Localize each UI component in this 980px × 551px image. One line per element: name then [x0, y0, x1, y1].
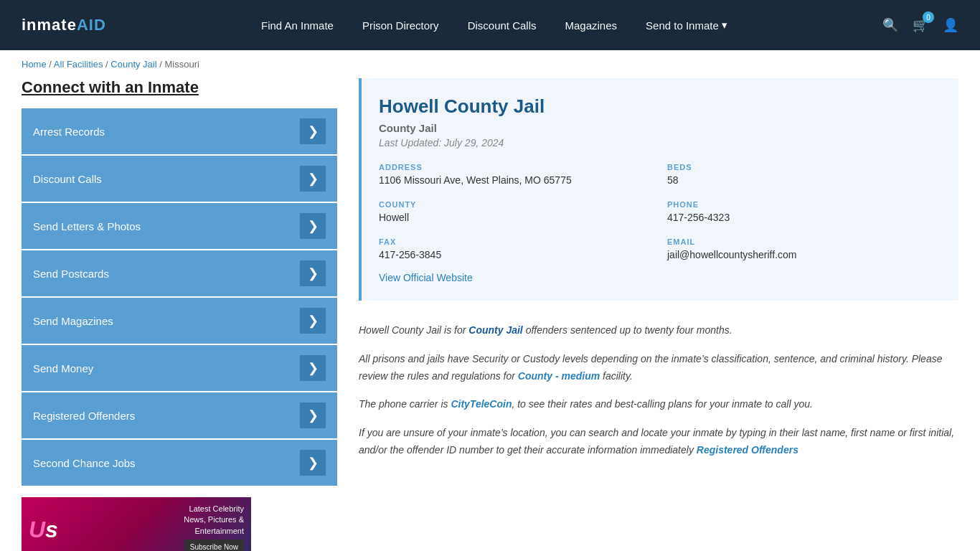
- facility-card: Howell County Jail County Jail Last Upda…: [359, 78, 958, 301]
- ad-text: Latest Celebrity News, Pictures & Entert…: [184, 504, 244, 551]
- beds-group: BEDS 58: [667, 163, 941, 186]
- facility-type: County Jail: [379, 122, 941, 134]
- sidebar-arrow-icon: ❯: [300, 118, 326, 144]
- description-para4: If you are unsure of your inmate’s locat…: [359, 425, 958, 459]
- sidebar-item[interactable]: Send Magazines❯: [22, 298, 337, 344]
- phone-group: PHONE 417-256-4323: [667, 200, 941, 223]
- fax-label: FAX: [379, 237, 653, 246]
- user-icon[interactable]: 👤: [943, 17, 958, 33]
- description-para2: All prisons and jails have Security or C…: [359, 351, 958, 385]
- fax-value: 417-256-3845: [379, 249, 653, 260]
- email-value: jail@howellcountysheriff.com: [667, 249, 941, 260]
- cart-badge: 0: [923, 11, 934, 23]
- facility-description: Howell County Jail is for County Jail of…: [359, 315, 958, 478]
- breadcrumb-state: Missouri: [164, 59, 199, 70]
- sidebar-arrow-icon: ❯: [300, 166, 326, 192]
- breadcrumb: Home / All Facilities / County Jail / Mi…: [0, 50, 980, 78]
- sidebar-item[interactable]: Registered Offenders❯: [22, 392, 337, 438]
- sidebar-item-label: Registered Offenders: [33, 410, 135, 422]
- sidebar-item-label: Arrest Records: [33, 126, 105, 138]
- sidebar-arrow-icon: ❯: [300, 213, 326, 239]
- address-group: ADDRESS 1106 Missouri Ave, West Plains, …: [379, 163, 653, 186]
- sidebar-item[interactable]: Arrest Records❯: [22, 108, 337, 154]
- county-label: COUNTY: [379, 200, 653, 209]
- address-value: 1106 Missouri Ave, West Plains, MO 65775: [379, 174, 653, 186]
- address-label: ADDRESS: [379, 163, 653, 171]
- ad-subscribe-button[interactable]: Subscribe Now: [184, 540, 244, 551]
- sidebar-ad[interactable]: Us Latest Celebrity News, Pictures & Ent…: [22, 497, 251, 551]
- sidebar-item[interactable]: Discount Calls❯: [22, 156, 337, 202]
- facility-name: Howell County Jail: [379, 95, 941, 118]
- sidebar-item-label: Send Money: [33, 362, 93, 375]
- sidebar-arrow-icon: ❯: [300, 402, 326, 428]
- nav-magazines[interactable]: Magazines: [565, 19, 618, 32]
- description-para3: The phone carrier is CityTeleCoin, to se…: [359, 396, 958, 413]
- sidebar-item[interactable]: Send Letters & Photos❯: [22, 203, 337, 249]
- sidebar: Connect with an Inmate Arrest Records❯Di…: [22, 78, 337, 551]
- sidebar-item-label: Send Magazines: [33, 315, 113, 327]
- sidebar-item-label: Second Chance Jobs: [33, 457, 136, 469]
- sidebar-menu: Arrest Records❯Discount Calls❯Send Lette…: [22, 108, 337, 486]
- site-header: inmateAID Find An Inmate Prison Director…: [0, 0, 980, 50]
- header-icons: 🔍 🛒 0 👤: [882, 17, 958, 33]
- facility-updated: Last Updated: July 29, 2024: [379, 137, 941, 149]
- county-value: Howell: [379, 212, 653, 223]
- phone-label: PHONE: [667, 200, 941, 209]
- county-group: COUNTY Howell: [379, 200, 653, 223]
- nav-prison-directory[interactable]: Prison Directory: [362, 19, 439, 32]
- beds-label: BEDS: [667, 163, 941, 171]
- sidebar-item[interactable]: Send Postcards❯: [22, 250, 337, 296]
- nav-send-to-inmate[interactable]: Send to Inmate ▾: [646, 19, 727, 32]
- beds-value: 58: [667, 174, 941, 186]
- breadcrumb-home[interactable]: Home: [22, 59, 47, 70]
- main-container: Connect with an Inmate Arrest Records❯Di…: [0, 78, 980, 551]
- phone-value: 417-256-4323: [667, 212, 941, 223]
- breadcrumb-county-jail[interactable]: County Jail: [110, 59, 156, 70]
- description-para1: Howell County Jail is for County Jail of…: [359, 322, 958, 339]
- email-group: EMAIL jail@howellcountysheriff.com: [667, 237, 941, 260]
- breadcrumb-all-facilities[interactable]: All Facilities: [54, 59, 103, 70]
- sidebar-item-label: Discount Calls: [33, 173, 102, 185]
- ad-logo: Us: [29, 517, 58, 543]
- cart-icon[interactable]: 🛒 0: [913, 17, 928, 33]
- logo[interactable]: inmateAID: [22, 16, 106, 34]
- sidebar-arrow-icon: ❯: [300, 308, 326, 334]
- sidebar-item[interactable]: Second Chance Jobs❯: [22, 440, 337, 486]
- sidebar-title: Connect with an Inmate: [22, 78, 337, 97]
- nav-find-inmate[interactable]: Find An Inmate: [261, 19, 334, 32]
- nav-discount-calls[interactable]: Discount Calls: [468, 19, 537, 32]
- sidebar-arrow-icon: ❯: [300, 450, 326, 476]
- email-label: EMAIL: [667, 237, 941, 246]
- fax-group: FAX 417-256-3845: [379, 237, 653, 260]
- main-nav: Find An Inmate Prison Directory Discount…: [261, 19, 727, 32]
- sidebar-arrow-icon: ❯: [300, 355, 326, 381]
- sidebar-item-label: Send Letters & Photos: [33, 220, 141, 232]
- content-area: Howell County Jail County Jail Last Upda…: [359, 78, 958, 551]
- search-icon[interactable]: 🔍: [882, 17, 898, 33]
- facility-details: ADDRESS 1106 Missouri Ave, West Plains, …: [379, 163, 941, 260]
- sidebar-item[interactable]: Send Money❯: [22, 345, 337, 391]
- sidebar-arrow-icon: ❯: [300, 260, 326, 286]
- official-website-link[interactable]: View Official Website: [379, 272, 473, 283]
- sidebar-item-label: Send Postcards: [33, 268, 109, 280]
